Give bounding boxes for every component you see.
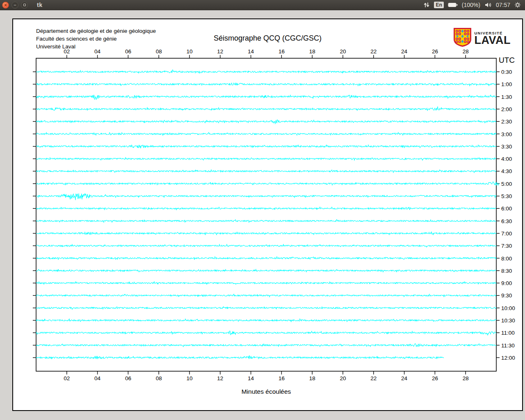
seismogram-trace [36,282,496,285]
seismogram-trace [36,244,496,247]
seismogram-trace [36,232,496,235]
x-axes: 0202040406060808101012121414161618182020… [64,48,468,381]
seismogram-trace [36,319,496,322]
seismogram-trace [36,294,496,297]
x-tick-label-top: 04 [94,48,101,55]
clock[interactable]: 07:57 [496,2,510,8]
seismogram-trace [36,355,444,359]
seismogram-trace [36,207,496,210]
utc-time-label: 1:00 [501,81,512,87]
seismogram-trace [36,219,496,222]
seismogram-trace [36,257,496,260]
utc-time-label: 10:00 [501,305,515,311]
x-tick-label-top: 28 [463,48,469,55]
utc-time-label: 2:00 [501,106,512,112]
x-tick-label-bottom: 08 [156,375,162,381]
x-tick-label-top: 14 [248,48,254,55]
x-tick-label-top: 12 [217,48,223,55]
utc-time-label: 0:30 [501,69,512,75]
x-axis-title: Minutes écoulées [242,388,291,395]
utc-time-label: 12:00 [501,355,515,361]
x-tick-label-bottom: 24 [401,375,408,381]
seismogram-trace [36,83,496,86]
maximize-icon [23,4,26,6]
x-tick-label-bottom: 12 [217,375,223,381]
utc-time-label: 3:30 [501,144,512,150]
system-tray: En (100%) 07:57 [423,2,525,8]
utc-time-label: 7:00 [501,231,512,237]
seismogram-trace [36,344,496,347]
utc-time-label: 4:30 [501,168,512,174]
utc-time-label: 5:00 [501,181,512,187]
x-tick-label-bottom: 04 [94,375,101,381]
utc-time-label: 8:30 [501,268,512,274]
x-tick-label-bottom: 28 [463,375,469,381]
trace-rows: 0:301:001:302:002:303:003:304:004:305:00… [33,69,515,361]
x-tick-label-bottom: 18 [309,375,315,381]
utc-time-label: 7:30 [501,243,512,249]
x-tick-label-top: 18 [309,48,315,55]
seismogram-trace [36,145,496,148]
session-gear-icon[interactable] [514,2,521,8]
x-tick-label-top: 06 [125,48,131,55]
utc-time-label: 2:30 [501,119,512,125]
utc-time-label: 5:30 [501,193,512,199]
seismogram-trace [36,158,496,160]
close-button[interactable]: × [2,2,9,9]
x-tick-label-bottom: 02 [64,375,70,381]
utc-time-label: 9:00 [501,280,512,286]
utc-time-label: 11:00 [501,330,515,336]
maximize-button[interactable] [21,2,28,9]
utc-time-label: 11:30 [501,342,515,349]
x-tick-label-top: 08 [156,48,162,55]
utc-time-label: 6:30 [501,218,512,224]
seismogram-trace [36,107,496,111]
x-tick-label-bottom: 20 [340,375,346,381]
seismogram-trace [36,120,496,123]
x-tick-label-top: 22 [370,48,377,55]
minimize-button[interactable]: − [11,2,18,9]
utc-time-label: 1:30 [501,94,512,100]
seismogram-trace [36,70,496,73]
seismogram-trace [36,269,496,272]
x-tick-label-bottom: 14 [248,375,254,381]
x-tick-label-bottom: 06 [125,375,131,381]
x-tick-label-top: 10 [186,48,192,55]
seismogram-trace [36,170,496,173]
seismogram-trace [36,95,496,100]
utc-time-label: 9:30 [501,292,512,299]
seismogram-trace [36,132,496,135]
window-titlebar: × − tk En (100%) 07:57 [0,0,525,10]
volume-icon[interactable] [484,2,492,8]
x-tick-label-top: 26 [432,48,438,55]
utc-axis-title: UTC [499,56,515,64]
x-tick-label-top: 16 [278,48,285,55]
seismogram-trace [36,307,496,310]
battery-percentage: (100%) [462,2,480,8]
utc-time-label: 3:00 [501,131,512,137]
x-tick-label-bottom: 26 [432,375,438,381]
utc-time-label: 10:30 [501,317,515,324]
keyboard-layout-indicator[interactable]: En [434,2,443,8]
battery-icon[interactable] [448,2,458,8]
utc-time-label: 4:00 [501,156,512,162]
x-tick-label-top: 24 [401,48,408,55]
x-tick-label-top: 20 [340,48,346,55]
x-tick-label-bottom: 16 [278,375,285,381]
seismogram-trace [36,194,496,200]
utc-time-label: 8:00 [501,256,512,262]
app-window: Département de géologie et de génie géol… [12,18,523,411]
seismograph-chart: 0202040406060808101012121414161618182020… [13,19,522,410]
x-tick-label-bottom: 22 [370,375,377,381]
window-title: tk [37,2,42,8]
updown-arrows-icon[interactable] [423,2,430,8]
seismogram-trace [36,182,499,185]
utc-time-label: 6:00 [501,205,512,212]
x-tick-label-bottom: 10 [186,375,192,381]
seismogram-trace [36,331,496,336]
plot-frame [36,58,496,371]
x-tick-label-top: 02 [64,48,70,55]
